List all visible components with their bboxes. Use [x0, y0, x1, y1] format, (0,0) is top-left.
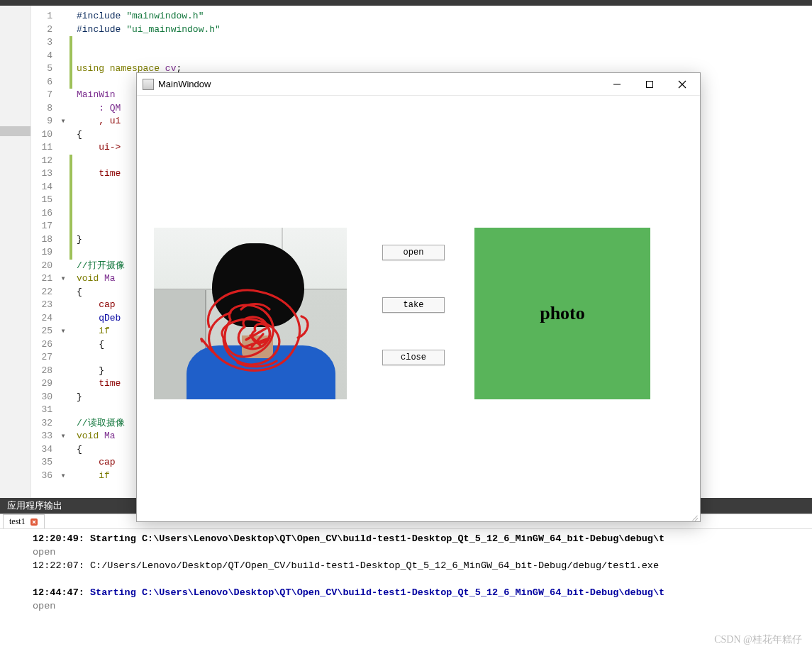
open-button[interactable]: open [382, 245, 445, 260]
top-toolbar-strip [0, 0, 812, 6]
line-number-gutter: 1234567891011121314151617181920212223242… [31, 6, 57, 498]
close-tab-icon[interactable] [30, 518, 38, 526]
watermark: CSDN @桂花年糕仔 [714, 633, 802, 646]
camera-preview [154, 228, 347, 399]
output-tab-label: test1 [9, 516, 26, 527]
fold-gutter[interactable]: ▾▾▾▾▾ [57, 6, 69, 498]
editor-left-margin [0, 6, 31, 498]
close-camera-button[interactable]: close [382, 350, 445, 365]
svg-rect-2 [647, 81, 653, 87]
photo-placeholder-label: photo [540, 303, 585, 324]
resize-grip[interactable] [689, 510, 700, 521]
output-tab-test1[interactable]: test1 [3, 514, 45, 528]
titlebar[interactable]: MainWindow [137, 73, 700, 96]
minimize-button[interactable] [601, 74, 633, 95]
output-log[interactable]: 12:20:49: Starting C:\Users\Lenovo\Deskt… [0, 529, 812, 620]
app-icon [143, 79, 154, 90]
maximize-button[interactable] [633, 74, 666, 95]
take-button[interactable]: take [382, 297, 445, 313]
mainwindow-dialog: MainWindow [136, 72, 701, 522]
close-button[interactable] [666, 74, 699, 95]
photo-display: photo [474, 228, 650, 399]
window-title: MainWindow [158, 79, 601, 89]
